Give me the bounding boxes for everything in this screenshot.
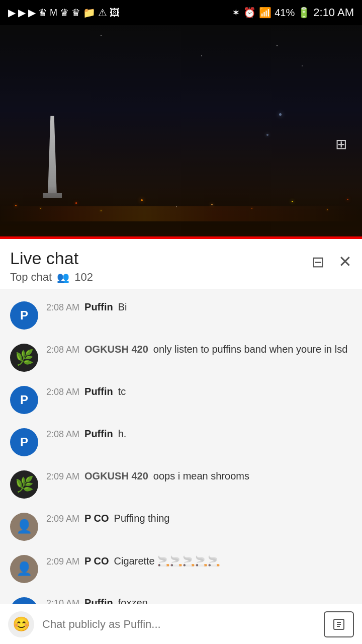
status-bar: ▶ ▶ ▶ ♛ M ♛ ♛ 📁 ⚠ 🖼 ✶ ⏰ 📶 41% 🔋 2:10 AM bbox=[0, 0, 362, 25]
bluetooth-icon: ✶ bbox=[232, 7, 240, 19]
chat-section: Live chat Top chat 👥 102 ⊟ ✕ P 2:08 AM P… bbox=[0, 239, 362, 644]
message-body: 2:08 AM OGKUSH 420 only listen to puffin… bbox=[46, 344, 352, 355]
chat-message: P 2:08 AM Puffin h. bbox=[0, 421, 362, 463]
battery-icon: 🔋 bbox=[298, 7, 310, 19]
message-body: 2:08 AM Puffin h. bbox=[46, 428, 352, 440]
message-body: 2:09 AM P CO Puffing thing bbox=[46, 513, 352, 524]
message-author: OGKUSH 420 bbox=[84, 470, 148, 482]
leaf-icon: 🌿 bbox=[15, 475, 34, 493]
chat-input-area: 😊 bbox=[0, 604, 362, 644]
leaf-icon: 🌿 bbox=[15, 349, 34, 366]
avatar: P bbox=[10, 386, 38, 414]
chat-message: 👤 2:09 AM P CO Puffing thing bbox=[0, 506, 362, 548]
youtube-icon: ▶ bbox=[8, 7, 16, 19]
chat-header: Live chat Top chat 👥 102 ⊟ ✕ bbox=[0, 239, 362, 289]
message-body: 2:08 AM Puffin tc bbox=[46, 386, 352, 397]
battery-label: 41% bbox=[275, 7, 295, 19]
avatar: P bbox=[10, 301, 38, 330]
crown-icon: ♛ bbox=[38, 7, 47, 19]
m-icon: M bbox=[50, 8, 57, 18]
chat-message: P 2:08 AM Puffin tc bbox=[0, 379, 362, 421]
message-time: 2:09 AM bbox=[46, 514, 79, 524]
message-text: tc bbox=[118, 386, 126, 397]
send-icon bbox=[332, 617, 346, 631]
chat-message: 🌿 2:08 AM OGKUSH 420 only listen to puff… bbox=[0, 337, 362, 379]
message-text: Puffing thing bbox=[114, 513, 170, 524]
status-bar-icons: ▶ ▶ ▶ ♛ M ♛ ♛ 📁 ⚠ 🖼 bbox=[8, 7, 120, 19]
avatar: 👤 bbox=[10, 555, 38, 583]
message-text: h. bbox=[118, 428, 127, 440]
chat-input[interactable] bbox=[42, 611, 316, 637]
top-chat-label[interactable]: Top chat bbox=[10, 271, 52, 284]
message-body: 2:09 AM P CO Cigarette 🚬🚬🚬🚬🚬 bbox=[46, 555, 352, 567]
message-time: 2:09 AM bbox=[46, 471, 79, 482]
alarm-icon: ⏰ bbox=[243, 7, 256, 19]
message-text: oops i mean shrooms bbox=[153, 470, 249, 482]
chat-header-left: Live chat Top chat 👥 102 bbox=[10, 248, 93, 284]
close-icon[interactable]: ✕ bbox=[338, 252, 352, 271]
video-player[interactable]: ⊞ bbox=[0, 25, 362, 236]
message-body: 2:08 AM Puffin Bi bbox=[46, 301, 352, 313]
viewer-count: 102 bbox=[74, 271, 93, 284]
message-text: Cigarette 🚬🚬🚬🚬🚬 bbox=[114, 555, 221, 567]
send-button[interactable] bbox=[324, 611, 354, 637]
chat-message: 🌿 2:09 AM OGKUSH 420 oops i mean shrooms bbox=[0, 463, 362, 506]
chat-messages: P 2:08 AM Puffin Bi 🌿 2:08 AM OGKUSH 420… bbox=[0, 289, 362, 637]
avatar: 👤 bbox=[10, 513, 38, 541]
video-settings-icon[interactable]: ⊞ bbox=[335, 136, 347, 152]
chat-header-right: ⊟ ✕ bbox=[312, 248, 352, 271]
filter-icon[interactable]: ⊟ bbox=[312, 253, 324, 271]
chat-message: P 2:08 AM Puffin Bi bbox=[0, 294, 362, 337]
message-text: Bi bbox=[118, 301, 127, 313]
message-body: 2:09 AM OGKUSH 420 oops i mean shrooms bbox=[46, 470, 352, 482]
image-icon: 🖼 bbox=[110, 7, 120, 19]
wifi-icon: 📶 bbox=[259, 7, 272, 19]
viewers-icon: 👥 bbox=[57, 271, 69, 283]
crown-icon2: ♛ bbox=[60, 7, 69, 19]
message-time: 2:08 AM bbox=[46, 387, 79, 397]
message-time: 2:08 AM bbox=[46, 302, 79, 313]
emoji-button[interactable]: 😊 bbox=[8, 611, 34, 637]
message-author: Puffin bbox=[84, 386, 113, 397]
person-icon: 👤 bbox=[16, 519, 32, 534]
message-text: only listen to puffins band when youre i… bbox=[153, 344, 348, 355]
message-author: P CO bbox=[84, 555, 109, 567]
warning-icon: ⚠ bbox=[98, 7, 107, 19]
top-chat-row: Top chat 👥 102 bbox=[10, 271, 93, 284]
message-time: 2:09 AM bbox=[46, 556, 79, 567]
avatar: 🌿 bbox=[10, 470, 38, 499]
avatar: P bbox=[10, 428, 38, 456]
message-time: 2:08 AM bbox=[46, 345, 79, 355]
person-icon: 👤 bbox=[16, 561, 32, 577]
message-time: 2:08 AM bbox=[46, 429, 79, 440]
message-author: P CO bbox=[84, 513, 109, 524]
avatar: 🌿 bbox=[10, 344, 38, 372]
youtube-icon2: ▶ bbox=[18, 7, 26, 19]
file-icon: 📁 bbox=[83, 7, 96, 19]
crown-icon3: ♛ bbox=[71, 7, 80, 19]
message-author: Puffin bbox=[84, 428, 113, 440]
live-chat-title: Live chat bbox=[10, 248, 93, 269]
chat-message: 👤 2:09 AM P CO Cigarette 🚬🚬🚬🚬🚬 bbox=[0, 548, 362, 590]
video-content: ⊞ bbox=[0, 25, 362, 236]
message-author: OGKUSH 420 bbox=[84, 344, 148, 355]
youtube-icon3: ▶ bbox=[28, 7, 36, 19]
message-author: Puffin bbox=[84, 301, 113, 313]
status-time: 2:10 AM bbox=[313, 6, 354, 19]
status-bar-right-icons: ✶ ⏰ 📶 41% 🔋 2:10 AM bbox=[232, 6, 354, 19]
